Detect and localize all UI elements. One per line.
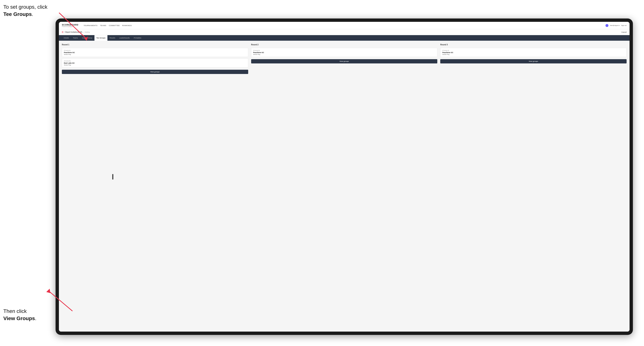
tournament-title: C Clippd Invitational (M... Hosting [62, 31, 90, 33]
tab-results[interactable]: Results [108, 35, 117, 41]
tab-details[interactable]: Details [62, 35, 71, 41]
round-1-course-a-label: (Course A) [64, 50, 246, 51]
hosting-badge: Hosting [85, 31, 90, 33]
round-3-course-a-name: Peachtree GC [442, 52, 624, 53]
round-3-course-a-card: (Course A) Peachtree GC Stroke Play [440, 48, 626, 57]
user-avatar [606, 24, 608, 27]
tab-course-setup[interactable]: Course Setup [80, 35, 94, 41]
round-2-column: Round 2 (Course A) Peachtree GC Stroke P… [251, 44, 438, 74]
top-nav: SCOREBOARD Powered by clippit TOURNAMENT… [59, 22, 630, 29]
tournament-name: Clippd Invitational (M... [65, 31, 84, 33]
tab-leaderboards[interactable]: Leaderboards [118, 35, 132, 41]
round-3-column: Round 3 (Course A) Peachtree GC Stroke P… [440, 44, 626, 74]
round-1-course-a-card: (Course A) Peachtree GC Stroke Play [62, 48, 248, 57]
round-1-course-b-card: (Course B) East Lake GC Stroke Play [62, 58, 248, 67]
sign-out-link[interactable]: Sign out [621, 25, 626, 26]
round-1-course-b-format: Stroke Play [64, 64, 246, 66]
nav-tournaments[interactable]: TOURNAMENTS [84, 25, 98, 26]
tab-nav: Details Teams Course Setup Tee Groups Re… [59, 35, 630, 41]
round-1-view-groups-button[interactable]: View groups [62, 70, 248, 74]
main-content: Round 1 (Course A) Peachtree GC Stroke P… [59, 41, 630, 332]
round-3-view-groups-button[interactable]: View groups [440, 59, 626, 63]
round-1-course-b-label: (Course B) [64, 60, 246, 62]
round-3-course-a-format: Stroke Play [442, 54, 624, 55]
round-1-course-a-name: Peachtree GC [64, 52, 246, 53]
round-2-course-a-name: Peachtree GC [253, 52, 436, 53]
round-1-column: Round 1 (Course A) Peachtree GC Stroke P… [62, 44, 248, 74]
nav-committee[interactable]: COMMITTEE [109, 25, 120, 26]
tablet-frame: SCOREBOARD Powered by clippit TOURNAMENT… [56, 18, 633, 335]
nav-links: TOURNAMENTS TEAMS COMMITTEE RANKINGS [84, 25, 602, 26]
tab-printables[interactable]: Printables [132, 35, 143, 41]
tablet-screen: SCOREBOARD Powered by clippit TOURNAMENT… [59, 22, 630, 332]
logo-area: SCOREBOARD Powered by clippit [62, 24, 78, 27]
round-1-course-a-format: Stroke Play [64, 54, 246, 55]
cancel-button[interactable]: Cancel [622, 31, 626, 33]
nav-rankings[interactable]: RANKINGS [122, 25, 132, 26]
tournament-logo-c: C [62, 31, 64, 33]
round-3-title: Round 3 [440, 44, 626, 46]
rounds-grid: Round 1 (Course A) Peachtree GC Stroke P… [62, 44, 626, 74]
instruction-bottom: Then click View Groups. [3, 308, 36, 322]
logo-text: SCOREBOARD [62, 24, 78, 26]
nav-right: blair@clippd.io Sign out [606, 24, 626, 27]
round-1-course-b-name: East Lake GC [64, 62, 246, 64]
nav-teams[interactable]: TEAMS [100, 25, 106, 26]
round-2-course-a-card: (Course A) Peachtree GC Stroke Play [251, 48, 438, 57]
sub-header: C Clippd Invitational (M... Hosting Canc… [59, 29, 630, 35]
logo-sub: Powered by clippit [62, 26, 78, 27]
round-2-course-a-label: (Course A) [253, 50, 436, 51]
round-2-title: Round 2 [251, 44, 438, 46]
round-2-view-groups-button[interactable]: View groups [251, 59, 438, 63]
user-email: blair@clippd.io [610, 25, 620, 26]
tablet-side-button [112, 174, 113, 179]
round-3-course-a-label: (Course A) [442, 50, 624, 51]
round-2-course-a-format: Stroke Play [253, 54, 436, 55]
svg-marker-3 [46, 289, 50, 293]
tab-tee-groups[interactable]: Tee Groups [94, 35, 108, 41]
instruction-top: To set groups, click Tee Groups. [3, 3, 48, 18]
round-1-title: Round 1 [62, 44, 248, 46]
tab-teams[interactable]: Teams [71, 35, 80, 41]
